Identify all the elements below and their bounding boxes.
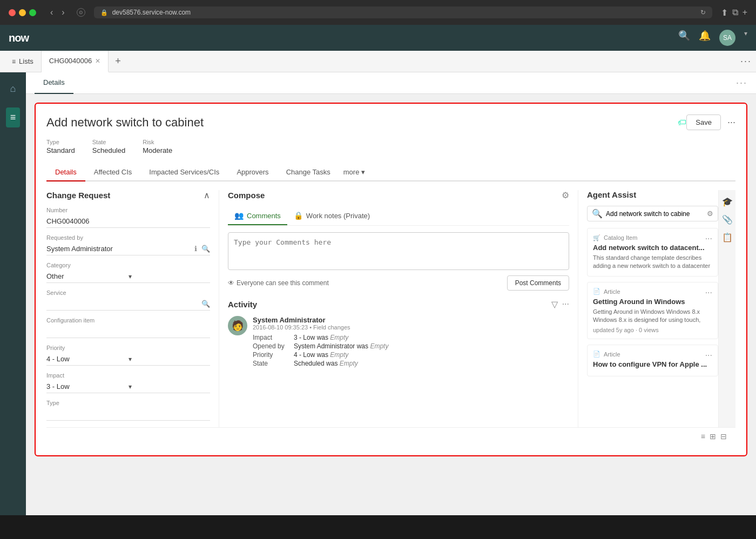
- metadata-row: Type Standard State Scheduled Risk Moder…: [46, 139, 735, 155]
- rs-agent-icon[interactable]: 🎓: [722, 197, 733, 207]
- eye-icon: 👁: [228, 279, 234, 287]
- activity-filter-icons: ▽ ···: [551, 299, 569, 309]
- compose-tab-worknotes-label: Work notes (Private): [306, 212, 370, 220]
- field-config-item-value[interactable]: [46, 325, 210, 338]
- main-layout: ⌂ ≡ Details ··· Add network switch to ca…: [0, 72, 756, 515]
- close-traffic-light[interactable]: [9, 9, 16, 16]
- nav-tab-details[interactable]: Details: [46, 164, 85, 181]
- agent-search-settings-icon[interactable]: ⚙: [707, 210, 713, 218]
- field-priority: Priority 4 - Low ▾: [46, 345, 210, 366]
- type-input[interactable]: [46, 410, 210, 418]
- activity-change-openedby: Opened by System Administrator was Empty: [253, 342, 569, 350]
- filter-icon[interactable]: ▽: [551, 299, 558, 309]
- forward-button[interactable]: ›: [58, 6, 68, 18]
- service-lookup-icon[interactable]: 🔍: [201, 300, 210, 308]
- more-options-button[interactable]: ···: [727, 114, 735, 130]
- share-icon[interactable]: ⬆: [721, 8, 728, 18]
- nav-tab-approvers[interactable]: Approvers: [228, 164, 277, 181]
- agent-search-input[interactable]: [606, 210, 704, 218]
- bottom-icon-2[interactable]: ⊞: [710, 432, 716, 441]
- activity-content: System Administrator 2016-08-10 09:35:23…: [253, 316, 569, 368]
- field-service-value[interactable]: 🔍: [46, 298, 210, 311]
- section-collapse-icon[interactable]: ∧: [204, 190, 210, 200]
- info-icon[interactable]: ℹ: [194, 245, 197, 253]
- field-impact-select[interactable]: 3 - Low ▾: [46, 380, 210, 393]
- field-category-select[interactable]: Other ▾: [46, 270, 210, 283]
- avatar-chevron-icon[interactable]: ▾: [744, 30, 747, 46]
- compose-settings-icon[interactable]: ⚙: [562, 190, 569, 200]
- result-3-title: How to configure VPN for Apple ...: [593, 360, 712, 368]
- result-card-2[interactable]: 📄 Article ··· Getting Around in Windows …: [587, 282, 718, 339]
- bottom-icon-1[interactable]: ≡: [701, 432, 705, 441]
- comment-textarea[interactable]: [228, 232, 569, 270]
- service-input[interactable]: [46, 300, 201, 308]
- browser-titlebar: ‹ › ⊙ 🔒 dev58576.service-now.com ↻ ⬆ ⧉ +: [0, 0, 756, 25]
- tab-lists[interactable]: ≡ Lists: [4, 51, 42, 72]
- app-logo: now: [9, 32, 29, 44]
- compose-tab-worknotes[interactable]: 🔒 Work notes (Private): [287, 207, 376, 225]
- comments-icon: 👥: [234, 211, 244, 220]
- nav-tab-more[interactable]: more ▾: [339, 164, 369, 180]
- field-impact: Impact 3 - Low ▾: [46, 372, 210, 393]
- bottom-icon-3[interactable]: ⊟: [720, 432, 727, 441]
- tab-close-icon[interactable]: ✕: [95, 57, 100, 65]
- comment-footer: 👁 Everyone can see this comment Post Com…: [228, 275, 569, 291]
- field-config-item-label: Configuration item: [46, 317, 210, 324]
- rs-attachment-icon[interactable]: 📎: [722, 214, 733, 225]
- address-bar[interactable]: 🔒 dev58576.service-now.com ↻: [94, 6, 712, 18]
- sub-tab-bar: Details ···: [26, 72, 756, 94]
- new-tab-icon[interactable]: +: [742, 8, 747, 18]
- refresh-icon[interactable]: ↻: [700, 9, 706, 16]
- tab-add-button[interactable]: +: [109, 56, 127, 67]
- result-3-more-icon[interactable]: ···: [705, 351, 712, 360]
- activity-title: Activity: [228, 300, 257, 309]
- priority-dropdown-arrow[interactable]: ▾: [129, 355, 211, 363]
- field-type-value[interactable]: [46, 408, 210, 421]
- activity-more-icon[interactable]: ···: [562, 299, 569, 309]
- impact-dropdown-arrow[interactable]: ▾: [129, 383, 211, 390]
- compose-tabs: 👥 Comments 🔒 Work notes (Private): [228, 207, 569, 226]
- post-comments-button[interactable]: Post Comments: [507, 275, 569, 291]
- activity-avatar: 🧑: [228, 316, 247, 335]
- field-requested-by-value[interactable]: System Administrator ℹ 🔍: [46, 242, 210, 255]
- tab-overflow-button[interactable]: ···: [740, 56, 752, 67]
- agent-search[interactable]: 🔍 ⚙: [587, 206, 718, 221]
- rs-document-icon[interactable]: 📋: [722, 232, 733, 242]
- tabs-icon[interactable]: ⧉: [732, 8, 738, 18]
- tab-chg-label: CHG0040006: [49, 57, 92, 65]
- sidebar-home-icon[interactable]: ⌂: [6, 79, 21, 99]
- sub-tab-details[interactable]: Details: [35, 72, 73, 94]
- result-card-1[interactable]: 🛒 Catalog Item ··· Add network switch to…: [587, 228, 718, 277]
- maximize-traffic-light[interactable]: [29, 9, 36, 16]
- search-icon[interactable]: 🔍: [678, 30, 690, 46]
- sub-tab-more-icon[interactable]: ···: [736, 77, 747, 89]
- activity-header: Activity ▽ ···: [228, 299, 569, 309]
- compose-tab-comments[interactable]: 👥 Comments: [228, 207, 287, 225]
- result-3-type: 📄 Article: [593, 351, 620, 358]
- nav-tab-affected-cis[interactable]: Affected CIs: [85, 164, 141, 181]
- config-item-input[interactable]: [46, 327, 210, 335]
- notification-icon[interactable]: 🔔: [699, 30, 711, 46]
- back-button[interactable]: ‹: [47, 6, 56, 18]
- right-column: Agent Assist 🔍 ⚙ �: [578, 190, 718, 427]
- result-1-type: 🛒 Catalog Item: [593, 234, 637, 241]
- category-dropdown-arrow[interactable]: ▾: [129, 273, 211, 280]
- lock-icon: 🔒: [294, 211, 303, 220]
- avatar[interactable]: SA: [719, 30, 735, 46]
- sidebar: ⌂ ≡: [0, 72, 26, 515]
- nav-tab-change-tasks[interactable]: Change Tasks: [278, 164, 339, 181]
- save-button[interactable]: Save: [686, 114, 721, 130]
- field-config-item: Configuration item: [46, 317, 210, 338]
- result-card-3[interactable]: 📄 Article ··· How to configure VPN for A…: [587, 345, 718, 376]
- activity-meta: 2016-08-10 09:35:23 • Field changes: [253, 324, 569, 331]
- result-2-title: Getting Around in Windows: [593, 298, 712, 306]
- minimize-traffic-light[interactable]: [19, 9, 26, 16]
- lookup-icon[interactable]: 🔍: [201, 245, 210, 253]
- sidebar-list-icon[interactable]: ≡: [6, 107, 21, 127]
- nav-tab-impacted-services[interactable]: Impacted Services/CIs: [140, 164, 228, 181]
- field-service: Service 🔍: [46, 289, 210, 311]
- result-1-more-icon[interactable]: ···: [705, 234, 712, 244]
- tab-chg0040006[interactable]: CHG0040006 ✕: [42, 51, 109, 72]
- field-priority-select[interactable]: 4 - Low ▾: [46, 353, 210, 366]
- result-2-more-icon[interactable]: ···: [705, 288, 712, 298]
